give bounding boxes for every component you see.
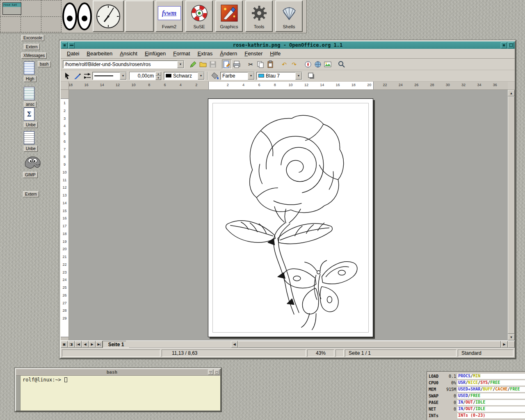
chevron-down-icon[interactable]: ▼ <box>177 61 184 68</box>
menu-einfügen[interactable]: Einfügen <box>141 50 169 57</box>
chevron-down-icon[interactable]: ▼ <box>295 72 302 80</box>
url-input[interactable]: /home/rolf/Bilder-und-Sounds/rosen/ros <box>63 62 177 67</box>
line-style-select[interactable]: ▼ <box>92 72 127 80</box>
menu-hilfe[interactable]: Hilfe <box>266 50 284 57</box>
navigator-button[interactable] <box>303 59 313 69</box>
bash-terminal-window[interactable]: bash ▽ ▢ rolf@linux:~> <box>15 368 221 412</box>
desktop-icon-xmessages[interactable]: XMessages <box>21 52 47 59</box>
previous-page-button[interactable]: ◀ <box>82 341 89 348</box>
terminal-screen[interactable]: rolf@linux:~> <box>21 376 220 411</box>
desktop-icon-exconsole[interactable]: Exconsole <box>21 35 44 41</box>
next-page-button[interactable]: ▶ <box>89 341 96 348</box>
chevron-down-icon[interactable]: ▼ <box>248 72 254 80</box>
arrow-style-button[interactable] <box>82 71 92 80</box>
window-titlebar[interactable]: rose-kathrin.png - OpenOffice.org 1.1 <box>61 41 515 49</box>
line-width-spinner[interactable]: 0,00cm ▲▼ <box>129 72 161 80</box>
url-combobox[interactable]: /home/rolf/Bilder-und-Sounds/rosen/ros ▼ <box>63 60 184 68</box>
scroll-right-button[interactable]: ▶ <box>501 341 508 348</box>
openoffice-window[interactable]: rose-kathrin.png - OpenOffice.org 1.1 Da… <box>59 40 516 359</box>
cut-button[interactable]: ✂ <box>246 59 256 69</box>
last-page-button[interactable]: ▶| <box>96 341 103 348</box>
horizontal-scroll-thumb[interactable] <box>238 341 501 348</box>
chevron-down-icon[interactable]: ▼ <box>198 72 204 80</box>
status-template[interactable]: Standard <box>458 349 514 357</box>
edit-file-button[interactable] <box>188 59 198 69</box>
layer-mode-button[interactable]: ▣ <box>61 341 68 348</box>
launcher-shells[interactable]: Shells <box>275 0 303 32</box>
window-menu-button[interactable] <box>62 42 68 48</box>
terminal-shade-button[interactable]: ▽ <box>208 370 213 375</box>
rose-drawing[interactable] <box>213 104 368 331</box>
launcher-suse[interactable]: SuSE <box>185 0 213 32</box>
window-maximize-button[interactable] <box>508 42 514 48</box>
hyperlink-button[interactable] <box>313 59 323 69</box>
scroll-up-button[interactable]: ▲ <box>508 90 515 96</box>
desktop-icon-high[interactable]: High <box>24 62 37 82</box>
ruler-horizontal[interactable]: 1816141210864224681012141618202224262830… <box>69 82 508 89</box>
desktop-icon-ansc[interactable]: ansc <box>24 87 37 107</box>
desktop-icon-unbe[interactable]: Unbe <box>24 131 38 152</box>
window-stick-button[interactable] <box>68 42 75 48</box>
desktop-pager[interactable]: rose-kat <box>0 0 62 32</box>
page-mode-button[interactable]: ◨ <box>68 341 75 348</box>
desktop-icon-unbe[interactable]: ΣUnbe <box>24 107 38 128</box>
vertical-scrollbar[interactable]: ▲ ▼ <box>508 90 515 340</box>
save-document-button[interactable] <box>208 59 218 69</box>
menu-bearbeiten[interactable]: Bearbeiten <box>83 50 116 57</box>
redo-button[interactable]: ↷ <box>289 59 299 69</box>
pen-tool-button[interactable] <box>73 71 82 80</box>
scroll-left-button[interactable]: ◀ <box>231 341 238 348</box>
drawing-canvas[interactable] <box>69 90 508 340</box>
fill-color-select[interactable]: Blau 7 ▼ <box>256 72 302 80</box>
fill-style-select[interactable]: Farbe ▼ <box>220 72 255 80</box>
shadow-button[interactable] <box>306 71 316 80</box>
sysmon-label: LOAD <box>429 374 443 379</box>
desktop-icon-gimp[interactable]: GIMP <box>23 155 42 178</box>
menu-datei[interactable]: Datei <box>63 50 83 57</box>
launcher-fvwm2[interactable]: fvwm Fvwm2 <box>155 0 183 32</box>
line-width-value[interactable]: 0,00cm <box>129 72 155 80</box>
vertical-scroll-thumb[interactable] <box>508 96 515 334</box>
terminal-scrollbar[interactable] <box>16 376 21 411</box>
status-position[interactable]: 11,13 / 8,63 <box>162 349 306 357</box>
document-page[interactable] <box>208 98 373 337</box>
status-zoom[interactable]: 43% <box>307 349 334 357</box>
edit-mode-button[interactable] <box>222 59 232 69</box>
gallery-button[interactable] <box>323 59 333 69</box>
desktop-icon-extern[interactable]: Extern <box>23 191 39 197</box>
pager-mini-window[interactable]: rose-kat <box>2 2 21 15</box>
tab-seite-1[interactable]: Seite 1 <box>103 341 130 348</box>
zoom-button[interactable] <box>337 59 347 69</box>
horizontal-scrollbar[interactable] <box>238 341 501 348</box>
menu-fenster[interactable]: Fenster <box>241 50 266 57</box>
terminal-maximize-button[interactable]: ▢ <box>214 370 219 375</box>
scroll-down-button[interactable]: ▼ <box>508 334 515 340</box>
terminal-titlebar[interactable]: bash ▽ ▢ <box>16 369 220 376</box>
menu-ansicht[interactable]: Ansicht <box>116 50 141 57</box>
copy-button[interactable] <box>256 59 265 69</box>
spinner-arrows[interactable]: ▲▼ <box>155 72 161 80</box>
menu-extras[interactable]: Extras <box>194 50 216 57</box>
scrollbar-splitter[interactable] <box>508 341 515 348</box>
desktop-icon-extern[interactable]: Extern <box>24 44 40 50</box>
open-document-button[interactable] <box>198 59 208 69</box>
paste-button[interactable] <box>265 59 275 69</box>
undo-button[interactable]: ↶ <box>279 59 289 69</box>
select-tool-button[interactable] <box>63 71 73 80</box>
fill-tool-button[interactable] <box>210 71 220 80</box>
ruler-corner-box[interactable] <box>61 82 69 89</box>
menu-ändern[interactable]: Ändern <box>216 50 241 57</box>
desktop-icon-bash[interactable]: bash <box>38 61 51 67</box>
status-page[interactable]: Seite 1 / 1 <box>345 349 457 357</box>
launcher-graphics[interactable]: Graphics <box>215 0 243 32</box>
window-iconify-button[interactable] <box>501 42 507 48</box>
ruler-vertical[interactable]: 1234567891011121314151617181920212223242… <box>61 90 69 340</box>
chevron-down-icon[interactable]: ▼ <box>120 72 126 80</box>
first-page-button[interactable]: |◀ <box>75 341 82 348</box>
launcher-label: Graphics <box>220 24 238 29</box>
menu-format[interactable]: Format <box>169 50 194 57</box>
line-color-select[interactable]: Schwarz ▼ <box>164 72 205 80</box>
empty-panel-slot[interactable] <box>125 0 154 32</box>
print-file-direct-button[interactable] <box>232 59 242 69</box>
launcher-tools[interactable]: Tools <box>245 0 273 32</box>
